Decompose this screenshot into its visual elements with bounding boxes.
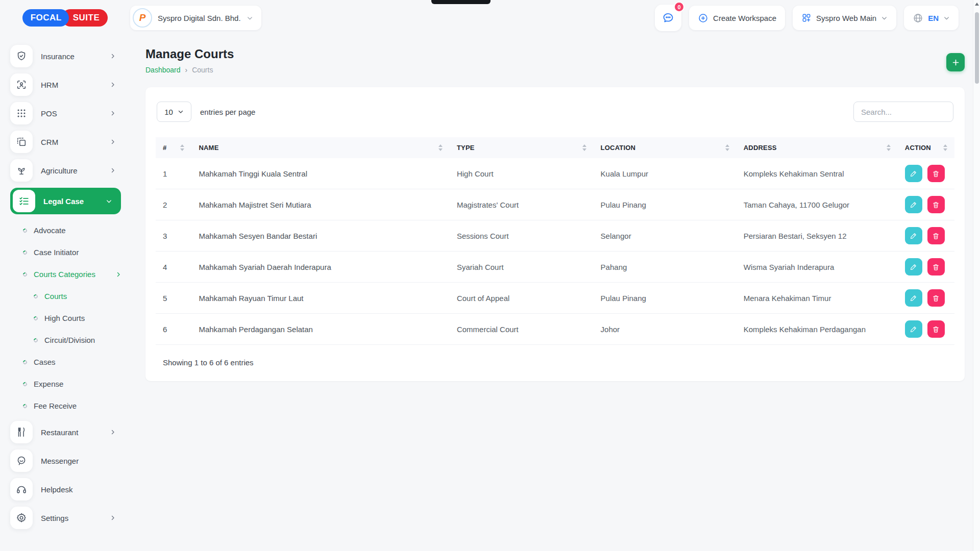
edit-button[interactable] — [905, 227, 922, 244]
delete-button[interactable] — [927, 227, 945, 244]
bullet-icon — [33, 337, 38, 343]
bullet-icon — [22, 249, 28, 255]
sidebar-item-legal-case[interactable]: Legal Case — [10, 188, 121, 214]
bullet-icon — [22, 228, 28, 233]
page-scrollbar[interactable] — [973, 0, 980, 551]
sidebar-item-courts-categories[interactable]: Courts Categories — [10, 263, 130, 285]
add-court-button[interactable] — [946, 53, 965, 71]
focal-suite-logo: FOCAL SUITE — [22, 9, 108, 27]
sidebar-item-label: Messenger — [41, 457, 130, 465]
cell-location: Selangor — [594, 220, 737, 252]
cell-address: Kompleks Kehakiman Sentral — [737, 158, 898, 189]
sort-icon — [887, 144, 891, 151]
entries-per-page-select[interactable]: 10 — [157, 102, 191, 122]
app-logo[interactable]: FOCAL SUITE — [0, 9, 130, 27]
chevron-right-icon — [110, 515, 116, 521]
trash-icon — [932, 170, 940, 178]
table-row: 3 Mahkamah Sesyen Bandar Bestari Session… — [156, 220, 954, 252]
sidebar-item-fee-receive[interactable]: Fee Receive — [10, 395, 130, 417]
sidebar-item-messenger[interactable]: Messenger — [10, 449, 130, 472]
sidebar-item-label: HRM — [41, 81, 102, 89]
edit-button[interactable] — [905, 258, 922, 276]
sidebar-item-advocate[interactable]: Advocate — [10, 219, 130, 241]
page-title: Manage Courts — [145, 47, 234, 61]
pencil-icon — [910, 201, 917, 209]
shield-check-icon — [10, 45, 33, 67]
breadcrumb-dashboard-link[interactable]: Dashboard — [145, 66, 181, 74]
globe-icon — [913, 13, 923, 23]
messages-button[interactable]: 0 — [655, 5, 681, 31]
sidebar-item-agriculture[interactable]: Agriculture — [10, 159, 130, 182]
sidebar-item-label: POS — [41, 109, 102, 118]
overlapping-squares-icon — [10, 131, 33, 153]
speech-bubble-icon — [10, 449, 33, 472]
chevron-right-icon — [115, 271, 121, 278]
sidebar-item-label: Courts Categories — [34, 270, 95, 279]
sidebar-item-label: Cases — [34, 358, 56, 366]
edit-button[interactable] — [905, 196, 922, 213]
chevron-down-icon — [943, 15, 950, 21]
cell-location: Kuala Lumpur — [594, 158, 737, 189]
cell-num: 5 — [156, 283, 191, 314]
sidebar: Insurance HRM POS CRM — [0, 36, 130, 551]
cell-address: Persiaran Bestari, Seksyen 12 — [737, 220, 898, 252]
create-workspace-button[interactable]: Create Workspace — [689, 6, 785, 30]
sort-icon — [582, 144, 586, 151]
sidebar-item-pos[interactable]: POS — [10, 102, 130, 124]
scrollbar-up-arrow[interactable] — [973, 0, 980, 8]
sidebar-item-helpdesk[interactable]: Helpdesk — [10, 478, 130, 500]
language-label: EN — [928, 14, 939, 22]
scrollbar-thumb[interactable] — [975, 12, 979, 84]
bullet-icon — [22, 381, 28, 387]
cell-location: Pulau Pinang — [594, 283, 737, 314]
edit-button[interactable] — [905, 289, 922, 307]
sidebar-item-crm[interactable]: CRM — [10, 131, 130, 153]
column-header-action[interactable]: ACTION — [898, 137, 954, 158]
sidebar-item-cases[interactable]: Cases — [10, 351, 130, 373]
plant-icon — [10, 159, 33, 182]
edit-button[interactable] — [905, 320, 922, 338]
sidebar-item-label: High Courts — [44, 314, 85, 322]
sidebar-item-settings[interactable]: Settings — [10, 507, 130, 529]
delete-button[interactable] — [927, 258, 945, 276]
edit-button[interactable] — [905, 165, 922, 182]
column-header-location[interactable]: LOCATION — [594, 137, 737, 158]
sidebar-item-circuit-division[interactable]: Circuit/Division — [10, 329, 130, 351]
sidebar-item-high-courts[interactable]: High Courts — [10, 307, 130, 329]
cell-num: 1 — [156, 158, 191, 189]
sidebar-item-label: Agriculture — [41, 166, 102, 175]
sidebar-item-restaurant[interactable]: Restaurant — [10, 421, 130, 443]
sidebar-item-hrm[interactable]: HRM — [10, 73, 130, 96]
cell-location: Johor — [594, 314, 737, 345]
column-header-type[interactable]: TYPE — [450, 137, 594, 158]
column-header-name[interactable]: NAME — [191, 137, 449, 158]
notification-badge: 0 — [674, 2, 684, 12]
entries-per-page-value: 10 — [164, 108, 173, 116]
sidebar-item-label: Expense — [34, 380, 63, 388]
sidebar-item-insurance[interactable]: Insurance — [10, 45, 130, 67]
bullet-icon — [22, 403, 28, 409]
cell-address: Menara Kehakiman Timur — [737, 283, 898, 314]
delete-button[interactable] — [927, 320, 945, 338]
workspace-switcher[interactable]: Syspro Web Main — [793, 6, 896, 30]
search-input[interactable] — [853, 102, 953, 122]
courts-table: # NAME TYPE LOCATION ADDRESS ACTION 1 Ma… — [156, 137, 954, 345]
delete-button[interactable] — [927, 165, 945, 182]
courts-table-card: 10 entries per page # NAME TYPE LOCATION… — [145, 87, 965, 381]
user-focus-icon — [10, 73, 33, 96]
trash-icon — [932, 263, 940, 271]
delete-button[interactable] — [927, 196, 945, 213]
sidebar-item-courts[interactable]: Courts — [10, 285, 130, 307]
delete-button[interactable] — [927, 289, 945, 307]
sidebar-item-expense[interactable]: Expense — [10, 373, 130, 395]
sidebar-item-label: CRM — [41, 138, 102, 146]
sidebar-item-label: Case Initiator — [34, 248, 79, 257]
sidebar-item-case-initiator[interactable]: Case Initiator — [10, 241, 130, 263]
column-header-num[interactable]: # — [156, 137, 191, 158]
workspace-name: Syspro Digital Sdn. Bhd. — [158, 14, 241, 22]
workspace-selector[interactable]: P Syspro Digital Sdn. Bhd. — [130, 6, 261, 30]
table-row: 1 Mahkamah Tinggi Kuala Sentral High Cou… — [156, 158, 954, 189]
language-selector[interactable]: EN — [904, 6, 959, 30]
cell-location: Pahang — [594, 252, 737, 283]
column-header-address[interactable]: ADDRESS — [737, 137, 898, 158]
